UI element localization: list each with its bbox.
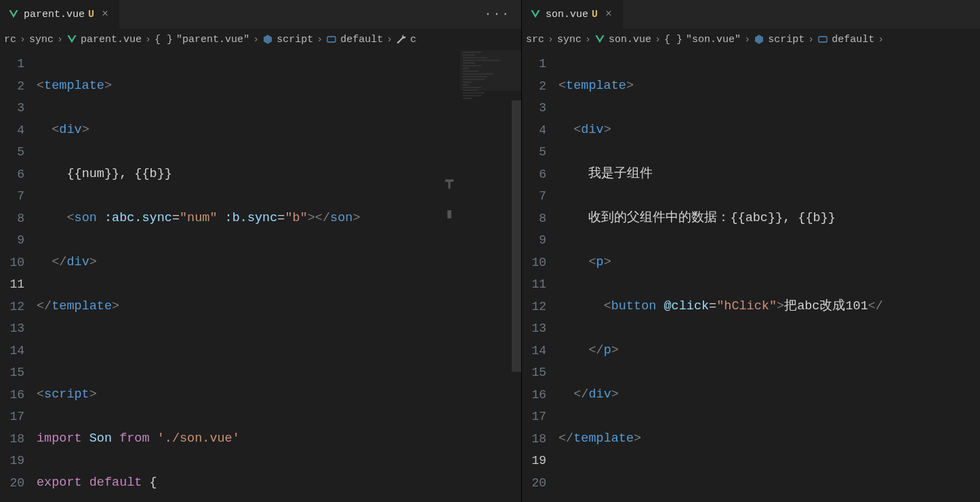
line-number: 2 bbox=[0, 75, 24, 98]
tab-actions-more[interactable]: ··· bbox=[474, 7, 521, 21]
chevron-right-icon: › bbox=[57, 34, 63, 45]
breadcrumb-item[interactable]: src bbox=[526, 34, 544, 45]
line-number: 2 bbox=[522, 75, 546, 98]
chevron-right-icon: › bbox=[878, 34, 884, 45]
line-number: 14 bbox=[522, 340, 546, 362]
module-icon bbox=[326, 34, 337, 45]
breadcrumb-item[interactable]: "parent.vue" bbox=[176, 34, 249, 45]
tab-filename: parent.vue bbox=[24, 9, 85, 20]
line-gutter: 1 2 3 4 5 6 7 8 9 10 11 12 13 14 15 16 1… bbox=[0, 50, 37, 502]
breadcrumb-item[interactable]: sync bbox=[557, 34, 581, 45]
line-number: 13 bbox=[0, 317, 24, 340]
cube-icon bbox=[262, 34, 273, 45]
breadcrumb-left[interactable]: rc › sync › parent.vue › { } "parent.vue… bbox=[0, 28, 521, 50]
editor-pane-right: son.vue U × src › sync › son.vue › { } "… bbox=[522, 0, 980, 502]
chevron-right-icon: › bbox=[386, 34, 392, 45]
line-number: 18 bbox=[522, 428, 546, 450]
breadcrumb-right[interactable]: src › sync › son.vue › { } "son.vue" › s… bbox=[522, 28, 980, 50]
vue-icon bbox=[594, 34, 605, 45]
breadcrumb-item[interactable]: parent.vue bbox=[81, 34, 142, 45]
editor-right[interactable]: 1 2 3 4 5 6 7 8 9 10 11 12 13 14 15 16 1… bbox=[522, 50, 980, 502]
svg-rect-1 bbox=[819, 37, 827, 42]
line-number: 12 bbox=[0, 296, 24, 318]
chevron-right-icon: › bbox=[808, 34, 814, 45]
line-number: 14 bbox=[0, 340, 24, 362]
chevron-right-icon: › bbox=[20, 34, 26, 45]
breadcrumb-item[interactable]: son.vue bbox=[609, 34, 651, 45]
line-number: 16 bbox=[0, 384, 24, 406]
tab-bar-left: parent.vue U × ··· bbox=[0, 0, 521, 28]
line-number: 16 bbox=[522, 384, 546, 406]
vue-icon bbox=[530, 9, 541, 20]
line-number: 8 bbox=[0, 208, 24, 230]
breadcrumb-item[interactable]: "son.vue" bbox=[686, 34, 741, 45]
line-number: 1 bbox=[0, 53, 24, 75]
tab-bar-right: son.vue U × bbox=[522, 0, 980, 28]
line-number: 13 bbox=[522, 317, 546, 340]
line-number: 8 bbox=[522, 208, 546, 230]
breadcrumb-item[interactable]: sync bbox=[29, 34, 54, 45]
line-number: 6 bbox=[522, 163, 546, 186]
close-icon[interactable]: × bbox=[603, 8, 615, 20]
chevron-right-icon: › bbox=[548, 34, 554, 45]
vue-icon bbox=[8, 9, 19, 20]
editor-pane-left: parent.vue U × ··· rc › sync › parent.vu… bbox=[0, 0, 522, 502]
line-number: 1 bbox=[522, 53, 546, 75]
tab-filename: son.vue bbox=[546, 9, 588, 20]
line-number: 15 bbox=[522, 362, 546, 384]
line-number: 3 bbox=[0, 97, 24, 119]
breadcrumb-item[interactable]: script bbox=[277, 34, 313, 45]
line-number: 17 bbox=[0, 406, 24, 428]
chevron-right-icon: › bbox=[317, 34, 323, 45]
line-number: 15 bbox=[0, 362, 24, 384]
tab-parent-vue[interactable]: parent.vue U × bbox=[0, 0, 120, 28]
line-number: 7 bbox=[0, 185, 24, 208]
close-icon[interactable]: × bbox=[99, 8, 111, 20]
wrench-icon bbox=[396, 34, 407, 45]
vue-icon bbox=[66, 34, 77, 45]
line-number: 6 bbox=[0, 163, 24, 186]
line-number: 18 bbox=[0, 428, 24, 450]
line-number: 5 bbox=[522, 141, 546, 163]
line-number: 9 bbox=[0, 229, 24, 252]
chevron-right-icon: › bbox=[253, 34, 259, 45]
line-number: 4 bbox=[0, 119, 24, 142]
tab-modified-indicator: U bbox=[88, 9, 94, 20]
cube-icon bbox=[754, 34, 764, 45]
line-number: 12 bbox=[522, 296, 546, 318]
line-number: 5 bbox=[0, 141, 24, 163]
breadcrumb-item[interactable]: default bbox=[832, 34, 874, 45]
chevron-right-icon: › bbox=[744, 34, 750, 45]
braces-icon: { } bbox=[155, 34, 173, 45]
chevron-right-icon: › bbox=[655, 34, 661, 45]
svg-rect-0 bbox=[327, 37, 335, 42]
breadcrumb-item[interactable]: default bbox=[340, 34, 383, 45]
line-number: 7 bbox=[522, 185, 546, 208]
editor-left[interactable]: 1 2 3 4 5 6 7 8 9 10 11 12 13 14 15 16 1… bbox=[0, 50, 521, 502]
line-number-active: 19 bbox=[522, 450, 546, 472]
chevron-right-icon: › bbox=[145, 34, 151, 45]
line-number: 17 bbox=[522, 406, 546, 428]
line-number: 4 bbox=[522, 119, 546, 142]
module-icon bbox=[817, 34, 828, 45]
line-number: 3 bbox=[522, 97, 546, 119]
line-number: 20 bbox=[0, 472, 24, 495]
line-gutter: 1 2 3 4 5 6 7 8 9 10 11 12 13 14 15 16 1… bbox=[522, 50, 558, 502]
tab-modified-indicator: U bbox=[592, 9, 598, 20]
line-number: 11 bbox=[522, 273, 546, 296]
code-area-right[interactable]: <template> <div> 我是子组件 收到的父组件中的数据：{{abc}… bbox=[558, 50, 980, 502]
breadcrumb-item[interactable]: script bbox=[768, 34, 804, 45]
scrollbar-thumb[interactable] bbox=[512, 100, 521, 372]
chevron-right-icon: › bbox=[585, 34, 591, 45]
code-area-left[interactable]: <template> <div> {{num}}, {{b}} <son :ab… bbox=[37, 50, 521, 502]
braces-icon: { } bbox=[664, 34, 682, 45]
line-number: 19 bbox=[0, 450, 24, 472]
tab-son-vue[interactable]: son.vue U × bbox=[522, 0, 624, 28]
line-number: 10 bbox=[0, 252, 24, 274]
line-number: 10 bbox=[522, 252, 546, 274]
line-number: 20 bbox=[522, 472, 546, 495]
line-number-active: 11 bbox=[0, 273, 24, 296]
breadcrumb-item[interactable]: rc bbox=[4, 34, 16, 45]
breadcrumb-item[interactable]: c bbox=[410, 34, 416, 45]
line-number: 9 bbox=[522, 229, 546, 252]
